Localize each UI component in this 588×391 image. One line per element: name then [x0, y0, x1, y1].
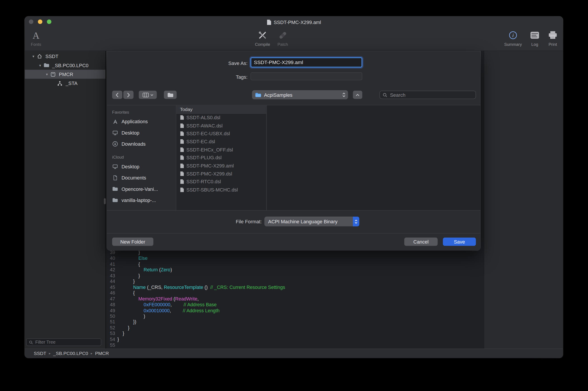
file-name: SSDT-EC.dsl — [186, 139, 215, 144]
line-number: 41 — [107, 262, 115, 267]
document-icon — [180, 115, 184, 120]
file-name: SSDT-PMC-X299.aml — [186, 163, 234, 168]
file-format-value: ACPI Machine Language Binary — [268, 219, 338, 224]
acpi-tree: ▾SSDT▾_SB.PC00.LPC0▾PMCR_STA — [25, 52, 105, 88]
document-icon — [180, 147, 184, 152]
file-format-label: File Format: — [107, 219, 262, 224]
breadcrumb-separator: ▸ — [49, 352, 51, 355]
file-item[interactable]: SSDT-EC.dsl — [176, 138, 266, 146]
sidebar-item-documents[interactable]: Documents — [111, 172, 175, 183]
log-icon — [530, 29, 540, 41]
document-icon — [180, 123, 184, 128]
tree-item-_STA[interactable]: _STA — [25, 79, 105, 88]
save-as-input[interactable] — [251, 57, 362, 67]
sidebar-item-label: vanilla-laptop-... — [121, 197, 156, 203]
back-button[interactable] — [112, 91, 122, 99]
sidebar-item-label: Documents — [121, 175, 146, 180]
titlebar: SSDT-PMC-X299.aml — [25, 16, 563, 28]
file-name: SSDT-PMC-X299.dsl — [186, 171, 232, 176]
tree-item-PMCR[interactable]: ▾PMCR — [25, 70, 105, 79]
code-line: 48 0xFE000000, // Address Base — [107, 302, 484, 308]
location-popup[interactable]: AcpiSamples — [252, 90, 348, 99]
search-input[interactable] — [389, 92, 473, 98]
divider — [107, 233, 480, 234]
save-button[interactable]: Save — [443, 238, 476, 246]
file-item[interactable]: SSDT-PMC-X299.aml — [176, 162, 266, 170]
tags-input[interactable] — [251, 72, 362, 80]
breadcrumb-item[interactable]: PMCR — [95, 351, 109, 356]
summary-button[interactable]: i Summary — [502, 29, 524, 46]
line-number: 52 — [107, 325, 115, 331]
document-icon — [180, 155, 184, 160]
split-handle[interactable] — [104, 198, 106, 204]
search-field[interactable] — [379, 91, 476, 99]
file-item[interactable]: SSDT-EHCx_OFF.dsl — [176, 146, 266, 154]
code-text: Memory32Fixed (ReadWrite, — [117, 296, 199, 302]
favorites-header: Favorites — [112, 110, 176, 114]
line-number: 55 — [107, 343, 115, 349]
sidebar-item-vanilla-laptop-[interactable]: vanilla-laptop-... — [111, 195, 175, 206]
sidebar-item-desktop[interactable]: Desktop — [111, 161, 175, 172]
desktop-icon — [111, 130, 119, 135]
sidebar-item-downloads[interactable]: Downloads — [111, 138, 175, 150]
code-text: 0xFE000000, // Address Base — [117, 302, 217, 308]
line-number: 43 — [107, 273, 115, 279]
code-text: Return (Zero) — [117, 267, 172, 273]
disclosure-triangle-icon[interactable]: ▾ — [37, 63, 43, 67]
save-as-label: Save As: — [107, 60, 247, 66]
patch-icon — [278, 29, 288, 41]
popup-stepper-icon — [354, 219, 358, 224]
code-line: 41 { — [107, 262, 484, 267]
log-label: Log — [531, 42, 538, 46]
folder-button[interactable] — [164, 91, 176, 99]
code-text: } — [117, 337, 119, 343]
sidebar-item-opencore-vani-[interactable]: Opencore-Vani... — [111, 183, 175, 195]
fonts-button[interactable]: A Fonts — [25, 29, 47, 46]
disclosure-triangle-icon[interactable]: ▾ — [30, 54, 37, 58]
blue-folder-icon — [255, 92, 261, 97]
patch-label: Patch — [277, 42, 288, 46]
tree-item-SSDT[interactable]: ▾SSDT — [25, 52, 105, 61]
favorites-list: ApplicationsDesktopDownloads — [111, 116, 175, 150]
filter-tree-input[interactable] — [34, 339, 99, 345]
file-item[interactable]: SSDT-ALS0.dsl — [176, 114, 266, 122]
file-item[interactable]: SSDT-RTC0.dsl — [176, 178, 266, 186]
sidebar-item-desktop[interactable]: Desktop — [111, 127, 175, 138]
print-icon — [548, 29, 558, 41]
folder-icon — [111, 198, 119, 202]
file-item[interactable]: SSDT-SBUS-MCHC.dsl — [176, 186, 266, 194]
file-item[interactable]: SSDT-EC-USBX.dsl — [176, 130, 266, 138]
columns-view-icon — [142, 92, 149, 97]
tree-item-_SB.PC00.LPC0[interactable]: ▾_SB.PC00.LPC0 — [25, 61, 105, 70]
code-line: 49 0x00010000, // Address Length — [107, 308, 484, 314]
breadcrumb-item[interactable]: _SB.PC00.LPC0 — [53, 351, 88, 356]
new-folder-button[interactable]: New Folder — [112, 238, 153, 246]
empty-column — [267, 105, 480, 210]
file-item[interactable]: SSDT-PMC-X299.dsl — [176, 170, 266, 178]
document-icon — [180, 139, 184, 144]
tree-item-label: SSDT — [45, 53, 58, 59]
disclosure-triangle-icon[interactable]: ▾ — [43, 72, 50, 76]
patch-button[interactable]: Patch — [272, 29, 294, 46]
filter-tree-field[interactable] — [26, 339, 101, 346]
code-line: 44 } — [107, 279, 484, 285]
collapse-panel-button[interactable] — [353, 91, 362, 99]
cancel-button[interactable]: Cancel — [404, 238, 438, 246]
fonts-icon: A — [33, 29, 39, 41]
code-line: 53 } — [107, 331, 484, 337]
sidebar-item-label: Opencore-Vani... — [121, 186, 158, 192]
sidebar-item-label: Applications — [121, 118, 148, 124]
file-column: Today SSDT-ALS0.dslSSDT-AWAC.dslSSDT-EC-… — [176, 105, 267, 210]
code-line: 50 ) — [107, 314, 484, 319]
view-mode-button[interactable] — [139, 91, 157, 99]
forward-button[interactable] — [123, 91, 133, 99]
breadcrumb-item[interactable]: SSDT — [34, 351, 46, 356]
file-item[interactable]: SSDT-AWAC.dsl — [176, 122, 266, 130]
sidebar-item-applications[interactable]: Applications — [111, 116, 175, 127]
screen: SSDT-PMC-X299.aml A Fonts Compile Patch — [0, 0, 588, 391]
compile-button[interactable]: Compile — [252, 29, 273, 46]
file-item[interactable]: SSDT-PLUG.dsl — [176, 154, 266, 162]
file-format-popup[interactable]: ACPI Machine Language Binary — [264, 217, 359, 226]
print-button[interactable]: Print — [542, 29, 563, 46]
tree-item-label: _SB.PC00.LPC0 — [52, 63, 88, 68]
